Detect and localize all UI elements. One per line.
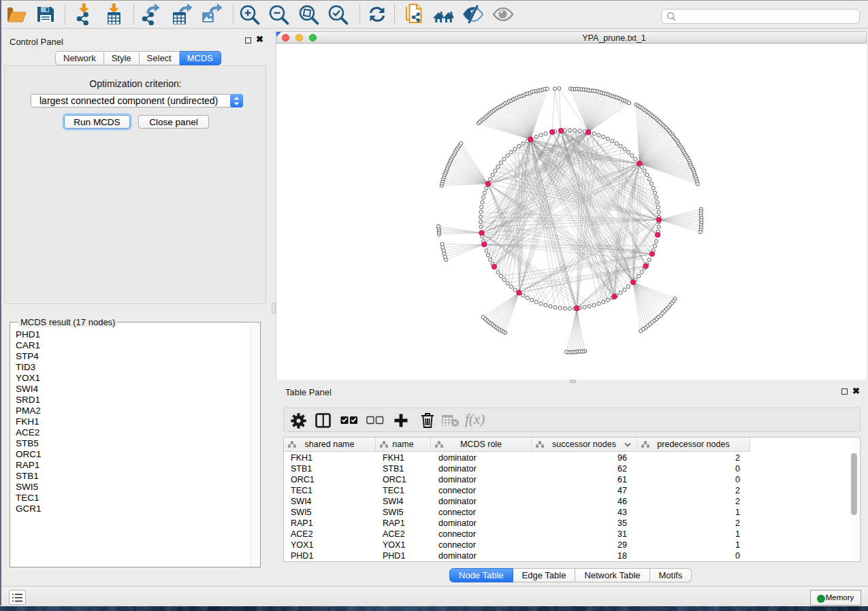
- svg-text:f(x): f(x): [465, 411, 485, 427]
